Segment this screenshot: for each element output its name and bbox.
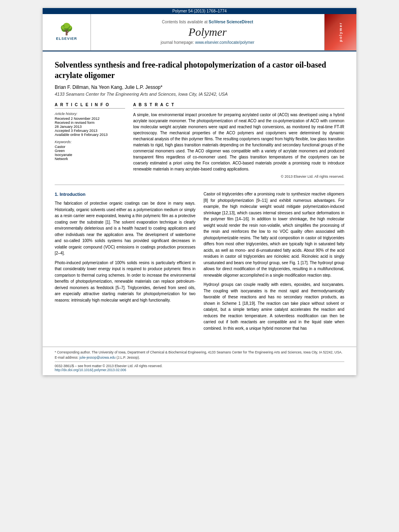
body-para-3: Castor oil triglycerides offer a promisi… [204,191,344,278]
copyright-line: © 2013 Elsevier Ltd. All rights reserved… [133,175,344,179]
article-info-heading: A R T I C L E I N F O [55,103,125,109]
email-address[interactable]: julie-jessop@uiowa.edu [79,355,115,359]
footnote-corresponding: * Corresponding author. The University o… [55,350,344,354]
body-para-4: Hydroxyl groups can couple readily with … [204,281,344,331]
history-group: Article history: Received 2 November 201… [55,112,125,137]
article-content: Solventless synthesis and free-radical p… [43,51,356,343]
journal-name: Polymer [189,26,227,39]
page: Polymer 54 (2013) 1768–1774 🌳 ELSEVIER C… [43,8,356,375]
elsevier-logo: 🌳 ELSEVIER [43,14,91,50]
article-info-section: A R T I C L E I N F O Article history: R… [55,103,125,179]
homepage-link[interactable]: www.elsevier.com/locate/polymer [195,40,254,45]
keyword-network: Network [55,157,125,161]
issn-line: 0032-3861/$ – see front matter © 2013 El… [55,364,344,368]
body-content: 1. Introduction The fabrication of prote… [55,191,344,335]
keyword-green: Green [55,149,125,153]
email-label: E-mail address: [55,355,78,359]
page-footer: * Corresponding author. The University o… [43,347,356,375]
journal-center: Contents lists available at SciVerse Sci… [91,14,324,50]
keyword-castor: Castor [55,145,125,149]
body-col-right: Castor oil triglycerides offer a promisi… [204,191,344,335]
body-para-1: The fabrication of protective organic co… [55,200,195,257]
body-para-2: Photo-induced polymerization of 100% sol… [55,260,195,304]
sciverse-line: Contents lists available at SciVerse Sci… [162,20,253,24]
body-col-left: 1. Introduction The fabrication of prote… [55,191,195,335]
volume-info: Polymer 54 (2013) 1768–1774 [172,9,226,13]
abstract-text: A simple, low environmental impact proce… [133,112,344,172]
keyword-isocyanate: Isocyanate [55,153,125,157]
cover-label: polymer [339,22,343,42]
keywords-label: Keywords: [55,140,125,144]
journal-homepage: journal homepage: www.elsevier.com/locat… [161,40,255,45]
accepted-date: Accepted 3 February 2013 [55,129,125,133]
elsevier-tree-icon: 🌳 [60,24,74,35]
revised-date: 28 January 2013 [55,125,125,129]
revised-label: Received in revised form [55,121,125,125]
footer-divider [55,362,344,362]
authors: Brian F. Dillman, Na Yeon Kang, Julie L.… [55,84,344,90]
journal-top-bar: Polymer 54 (2013) 1768–1774 [43,8,356,14]
article-info-abstract: A R T I C L E I N F O Article history: R… [55,103,344,179]
sciverse-link[interactable]: SciVerse ScienceDirect [209,20,253,24]
footnote-email: E-mail address: julie-jessop@uiowa.edu (… [55,355,344,359]
abstract-section: A B S T R A C T A simple, low environmen… [133,103,344,179]
affiliation: 4133 Seamans Center for The Engineering … [55,92,344,97]
abstract-heading: A B S T R A C T [133,103,344,109]
journal-meta: 🌳 ELSEVIER Contents lists available at S… [43,14,356,51]
section-divider [55,185,344,185]
elsevier-wordmark: ELSEVIER [56,37,77,41]
received-date: Received 2 November 2012 [55,117,125,121]
journal-header: Polymer 54 (2013) 1768–1774 🌳 ELSEVIER C… [43,8,356,51]
online-date: Available online 9 February 2013 [55,133,125,137]
article-title: Solventless synthesis and free-radical p… [55,60,344,80]
polymer-cover-image: polymer [324,14,356,50]
history-label: Article history: [55,112,125,116]
email-suffix: (J.L.P. Jessop). [117,355,140,359]
doi-line[interactable]: http://dx.doi.org/10.1016/j.polymer.2013… [55,368,344,372]
section1-title: 1. Introduction [55,191,195,198]
keywords-group: Keywords: Castor Green Isocyanate Networ… [55,140,125,161]
